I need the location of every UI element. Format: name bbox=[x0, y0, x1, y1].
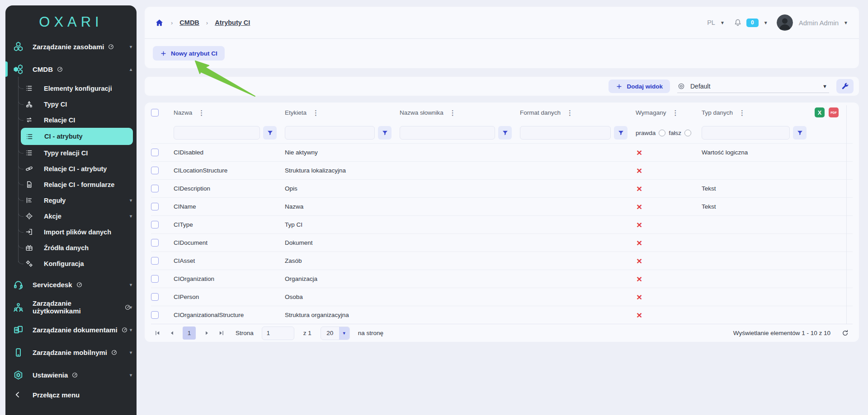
filter-input-nazwa-słownika[interactable] bbox=[400, 126, 495, 140]
sidebar-item-akcje[interactable]: Akcje ▾ bbox=[5, 208, 137, 224]
bell-icon[interactable] bbox=[733, 18, 742, 27]
list-icon bbox=[25, 132, 34, 141]
add-view-button[interactable]: Dodaj widok bbox=[609, 79, 670, 93]
table-row-CIOrganization[interactable]: CIOrganization Organizacja × bbox=[151, 270, 853, 288]
row-checkbox[interactable] bbox=[151, 221, 159, 228]
last-page-button[interactable] bbox=[216, 328, 226, 339]
radio-true[interactable] bbox=[659, 130, 665, 136]
row-checkbox[interactable] bbox=[151, 167, 159, 174]
chevron-down-icon[interactable]: ▼ bbox=[720, 20, 725, 25]
view-select[interactable]: Default ▼ bbox=[677, 79, 829, 93]
filter-input-nazwa[interactable] bbox=[174, 126, 260, 140]
chevron-down-icon: ▾ bbox=[130, 44, 132, 49]
current-page-button[interactable]: 1 bbox=[183, 326, 196, 340]
sidebar-item-zarzadzanie-zasobami[interactable]: Zarządzanie zasobami ▾ bbox=[5, 35, 137, 58]
previous-page-button[interactable] bbox=[166, 328, 177, 339]
avatar[interactable] bbox=[777, 14, 793, 31]
table-row-CIAsset[interactable]: CIAsset Zasób × bbox=[151, 252, 853, 270]
page-size-select[interactable]: 20 ▼ bbox=[321, 326, 350, 340]
export-pdf-button[interactable]: PDF bbox=[829, 107, 839, 117]
add-view-label: Dodaj widok bbox=[627, 83, 663, 90]
breadcrumb-separator: › bbox=[171, 19, 173, 26]
row-checkbox[interactable] bbox=[151, 311, 159, 319]
filter-format-danych bbox=[520, 126, 636, 140]
column-menu-icon[interactable]: ⋮ bbox=[672, 109, 679, 116]
cell-wymagany: × bbox=[636, 256, 702, 266]
row-checkbox[interactable] bbox=[151, 293, 159, 301]
datasource-icon bbox=[25, 243, 33, 252]
language-switch[interactable]: PL bbox=[707, 19, 715, 26]
new-attribute-button[interactable]: Nowy atrybut CI bbox=[153, 46, 225, 61]
first-page-button[interactable] bbox=[152, 328, 163, 339]
sidebar-item-elementy-konfiguracji[interactable]: Elementy konfiguracji bbox=[5, 80, 137, 96]
filter-button-typ-danych[interactable] bbox=[793, 126, 807, 140]
table-row-CIPerson[interactable]: CIPerson Osoba × bbox=[151, 288, 853, 306]
home-icon[interactable] bbox=[155, 18, 164, 28]
menu-toggle[interactable]: Przełącz menu bbox=[5, 386, 137, 403]
sidebar-item-zarzadzanie-mobilnymi[interactable]: Zarządzanie mobilnymi ▾ bbox=[5, 341, 137, 364]
row-checkbox[interactable] bbox=[151, 185, 159, 192]
cell-nazwa: CIAsset bbox=[174, 257, 285, 264]
page-number-input[interactable] bbox=[262, 326, 294, 340]
export-excel-button[interactable]: X bbox=[815, 107, 825, 117]
radio-false[interactable] bbox=[684, 130, 691, 136]
row-checkbox[interactable] bbox=[151, 203, 159, 210]
column-menu-icon[interactable]: ⋮ bbox=[739, 109, 745, 116]
table-row-CIOrganizationalStructure[interactable]: CIOrganizationalStructure Struktura orga… bbox=[151, 306, 853, 324]
row-checkbox[interactable] bbox=[151, 149, 159, 156]
filter-button-format-danych[interactable] bbox=[614, 126, 627, 140]
radio-true-label: prawda bbox=[636, 130, 656, 136]
sidebar-item-label: Relacje CI bbox=[44, 117, 75, 124]
required-false-icon: × bbox=[637, 165, 642, 176]
chevron-down-icon[interactable]: ▼ bbox=[844, 20, 848, 25]
filter-button-etykieta[interactable] bbox=[378, 126, 392, 140]
column-menu-icon[interactable]: ⋮ bbox=[198, 109, 205, 116]
row-checkbox[interactable] bbox=[151, 239, 159, 247]
configure-view-button[interactable] bbox=[836, 79, 854, 93]
select-all-checkbox[interactable] bbox=[151, 109, 159, 117]
user-menu[interactable]: Admin Admin bbox=[799, 19, 839, 27]
column-menu-icon[interactable]: ⋮ bbox=[449, 109, 456, 116]
table-row-CIDescription[interactable]: CIDescription Opis × Tekst bbox=[151, 179, 853, 197]
row-checkbox[interactable] bbox=[151, 257, 159, 265]
table-row-CIName[interactable]: CIName Nazwa × Tekst bbox=[151, 197, 853, 215]
sidebar-nav: Zarządzanie zasobami ▾ CMDB ▴ Elementy k… bbox=[5, 34, 137, 386]
chevron-down-icon[interactable]: ▼ bbox=[764, 20, 768, 25]
column-menu-icon[interactable]: ⋮ bbox=[312, 109, 319, 116]
filter-input-typ-danych[interactable] bbox=[702, 126, 790, 140]
sidebar-item-import-plików-danych[interactable]: Import plików danych bbox=[5, 224, 137, 240]
filter-input-etykieta[interactable] bbox=[285, 126, 375, 140]
previous-page-icon bbox=[169, 330, 175, 336]
breadcrumb-link-cmdb[interactable]: CMDB bbox=[179, 19, 199, 26]
row-checkbox[interactable] bbox=[151, 275, 159, 283]
sidebar-item-zarzadzanie-dokumentami[interactable]: Zarządzanie dokumentami ▾ bbox=[5, 318, 137, 341]
settings-icon bbox=[13, 369, 24, 381]
sidebar-item-label: Elementy konfiguracji bbox=[44, 85, 112, 92]
sidebar-item-relacje-ci-formularze[interactable]: Relacje CI - formularze bbox=[5, 177, 137, 192]
refresh-button[interactable] bbox=[841, 329, 849, 337]
sidebar-item-cmdb[interactable]: CMDB ▴ bbox=[5, 58, 137, 80]
breadcrumb-link-atrybuty-ci[interactable]: Atrybuty CI bbox=[215, 19, 250, 26]
column-header-label: Nazwa słownika bbox=[400, 109, 443, 116]
sidebar-item-reguły[interactable]: Reguły ▾ bbox=[5, 192, 137, 208]
sidebar-item-relacje-ci-atrybuty[interactable]: Relacje CI - atrybuty bbox=[5, 161, 137, 177]
filter-input-format-danych[interactable] bbox=[520, 126, 611, 140]
table-row-CIType[interactable]: CIType Typ CI × bbox=[151, 215, 853, 233]
column-menu-icon[interactable]: ⋮ bbox=[566, 109, 573, 116]
sidebar-item-label: Reguły bbox=[44, 197, 66, 204]
sidebar-item-relacje-ci[interactable]: Relacje CI bbox=[5, 112, 137, 128]
sidebar-item-ustawienia[interactable]: Ustawienia ▾ bbox=[5, 364, 137, 386]
next-page-button[interactable] bbox=[201, 328, 212, 339]
sidebar-item-typy-relacji-ci[interactable]: Typy relacji CI bbox=[5, 145, 137, 161]
sidebar-item-zarzadzanie-uzytkownikami[interactable]: Zarządzanie użytkownikami ▾ bbox=[5, 296, 137, 318]
sidebar-item-konfiguracja[interactable]: Konfiguracja bbox=[5, 256, 137, 271]
sidebar-item-ci-atrybuty[interactable]: CI - atrybuty bbox=[21, 128, 133, 145]
sidebar-item-źródła-danych[interactable]: Źródła danych bbox=[5, 240, 137, 256]
filter-button-nazwa-słownika[interactable] bbox=[498, 126, 512, 140]
table-row-CIDisabled[interactable]: CIDisabled Nie aktywny × Wartość logiczn… bbox=[151, 143, 853, 161]
sidebar-item-typy-ci[interactable]: Typy CI bbox=[5, 96, 137, 112]
sidebar-item-servicedesk[interactable]: Servicedesk ▾ bbox=[5, 273, 137, 296]
filter-button-nazwa[interactable] bbox=[263, 126, 277, 140]
table-row-CILocationStructure[interactable]: CILocationStructure Struktura lokalizacy… bbox=[151, 161, 853, 179]
table-row-CIDocument[interactable]: CIDocument Dokument × bbox=[151, 233, 853, 252]
